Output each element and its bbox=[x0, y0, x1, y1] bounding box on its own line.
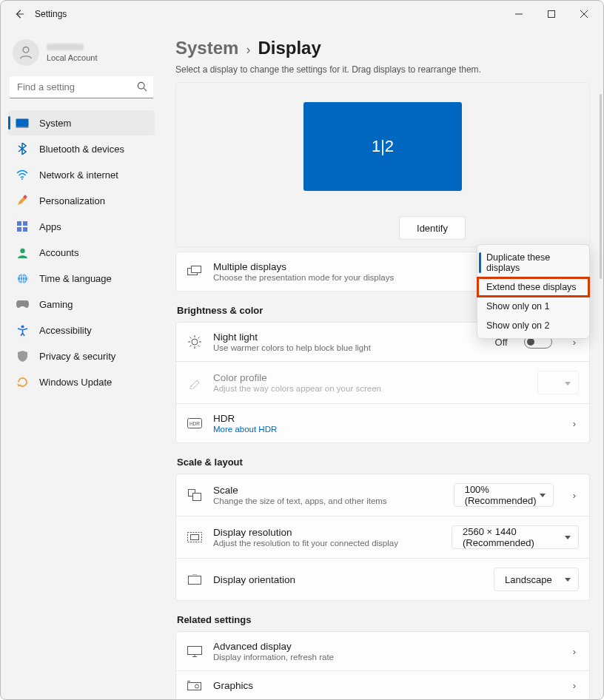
scrollbar[interactable] bbox=[600, 94, 602, 279]
svg-line-6 bbox=[144, 88, 147, 91]
resolution-select[interactable]: 2560 × 1440 (Recommended) bbox=[452, 525, 579, 549]
row-title: HDR bbox=[213, 413, 560, 424]
combobox-value: 100% (Recommended) bbox=[465, 484, 537, 506]
row-subtitle: Change the size of text, apps, and other… bbox=[213, 497, 443, 505]
svg-rect-37 bbox=[189, 576, 201, 584]
dropdown-option-extend[interactable]: Extend these displays bbox=[477, 277, 589, 297]
svg-line-27 bbox=[198, 346, 200, 347]
color-profile-icon bbox=[187, 376, 203, 389]
monitor-label: 1|2 bbox=[372, 137, 394, 156]
sidebar-item-network[interactable]: Network & internet bbox=[8, 162, 155, 187]
maximize-button[interactable] bbox=[535, 3, 568, 25]
svg-point-15 bbox=[20, 248, 24, 252]
svg-point-43 bbox=[195, 684, 199, 688]
row-subtitle: Adjust the way colors appear on your scr… bbox=[213, 384, 527, 393]
search-input[interactable] bbox=[10, 76, 153, 98]
graphics-row[interactable]: Graphics › bbox=[175, 671, 590, 699]
row-title: Night light bbox=[213, 332, 485, 343]
svg-line-29 bbox=[190, 346, 192, 347]
dropdown-option-only2[interactable]: Show only on 2 bbox=[477, 316, 589, 335]
row-subtitle: Display information, refresh rate bbox=[213, 653, 560, 662]
sidebar-item-system[interactable]: System bbox=[8, 110, 155, 135]
sidebar-item-accounts[interactable]: Accounts bbox=[8, 240, 155, 265]
row-subtitle: Use warmer colors to help block blue lig… bbox=[213, 343, 485, 352]
svg-rect-1 bbox=[548, 11, 555, 18]
shield-icon bbox=[16, 349, 29, 363]
resolution-icon bbox=[187, 532, 203, 543]
svg-rect-35 bbox=[188, 532, 202, 542]
bluetooth-icon bbox=[16, 142, 29, 155]
section-scale: Scale & layout bbox=[177, 457, 590, 468]
sidebar-item-label: System bbox=[39, 118, 71, 129]
sidebar-item-privacy[interactable]: Privacy & security bbox=[8, 343, 155, 368]
row-title: Graphics bbox=[213, 680, 560, 691]
svg-rect-39 bbox=[188, 646, 202, 654]
search-box[interactable] bbox=[10, 76, 153, 98]
svg-point-5 bbox=[138, 82, 144, 89]
orientation-row[interactable]: Display orientation Landscape bbox=[175, 559, 590, 601]
sidebar-item-time[interactable]: Time & language bbox=[8, 266, 155, 291]
svg-point-21 bbox=[192, 339, 198, 345]
minimize-button[interactable] bbox=[503, 3, 535, 25]
section-related: Related settings bbox=[177, 614, 590, 625]
chevron-right-icon: › bbox=[570, 646, 579, 657]
search-icon bbox=[137, 81, 147, 94]
hdr-link[interactable]: More about HDR bbox=[213, 425, 560, 434]
row-title: Display resolution bbox=[213, 527, 441, 538]
monitor-icon bbox=[187, 646, 203, 657]
chevron-right-icon: › bbox=[570, 680, 579, 691]
hdr-row[interactable]: HDR HDR More about HDR › bbox=[175, 404, 590, 443]
close-icon bbox=[580, 10, 588, 18]
dropdown-option-only1[interactable]: Show only on 1 bbox=[477, 297, 589, 316]
option-label: Show only on 2 bbox=[486, 320, 549, 331]
presentation-mode-dropdown[interactable]: Duplicate these displays Extend these di… bbox=[477, 244, 590, 339]
sidebar-item-update[interactable]: Windows Update bbox=[8, 369, 155, 394]
svg-rect-14 bbox=[23, 227, 27, 232]
sidebar-item-label: Time & language bbox=[39, 273, 112, 284]
gaming-icon bbox=[16, 297, 29, 311]
row-title: Color profile bbox=[213, 372, 527, 383]
resolution-row[interactable]: Display resolution Adjust the resolution… bbox=[175, 516, 590, 559]
person-icon bbox=[18, 44, 34, 61]
identify-button[interactable]: Identify bbox=[399, 216, 466, 240]
orientation-select[interactable]: Landscape bbox=[494, 568, 579, 591]
sidebar-item-bluetooth[interactable]: Bluetooth & devices bbox=[8, 136, 155, 161]
scale-icon bbox=[187, 489, 203, 501]
wifi-icon bbox=[16, 168, 29, 181]
maximize-icon bbox=[548, 10, 555, 18]
monitor-tile[interactable]: 1|2 bbox=[303, 102, 462, 191]
sidebar-item-accessibility[interactable]: Accessibility bbox=[8, 317, 155, 343]
identify-label: Identify bbox=[417, 223, 448, 234]
row-title: Advanced display bbox=[213, 641, 560, 652]
profile-block[interactable]: Local Account bbox=[8, 35, 155, 76]
breadcrumb-parent[interactable]: System bbox=[175, 38, 238, 58]
sidebar-item-label: Accessibility bbox=[39, 325, 92, 336]
dropdown-option-duplicate[interactable]: Duplicate these displays bbox=[477, 248, 589, 277]
option-label: Extend these displays bbox=[486, 282, 577, 292]
back-button[interactable] bbox=[8, 3, 30, 25]
color-profile-row: Color profile Adjust the way colors appe… bbox=[175, 362, 590, 404]
sidebar: Local Account System Bluetooth & devices… bbox=[1, 27, 159, 699]
chevron-right-icon: › bbox=[570, 418, 579, 429]
advanced-display-row[interactable]: Advanced display Display information, re… bbox=[175, 631, 590, 671]
svg-rect-34 bbox=[193, 494, 201, 501]
sidebar-item-apps[interactable]: Apps bbox=[8, 214, 155, 239]
sidebar-item-label: Network & internet bbox=[39, 169, 118, 181]
apps-icon bbox=[16, 220, 29, 233]
sidebar-item-gaming[interactable]: Gaming bbox=[8, 292, 155, 317]
sidebar-item-label: Accounts bbox=[39, 247, 78, 258]
sidebar-item-personalization[interactable]: Personalization bbox=[8, 188, 155, 213]
scale-row[interactable]: Scale Change the size of text, apps, and… bbox=[175, 474, 590, 516]
close-button[interactable] bbox=[568, 3, 600, 25]
display-arrange-panel: 1|2 Identify bbox=[175, 82, 590, 247]
display-canvas[interactable]: 1|2 bbox=[176, 83, 589, 209]
system-icon bbox=[16, 116, 29, 129]
scale-select[interactable]: 100% (Recommended) bbox=[454, 483, 554, 507]
settings-window: Settings Local Account System bbox=[0, 0, 604, 700]
svg-text:HDR: HDR bbox=[189, 421, 200, 426]
svg-point-30 bbox=[191, 386, 192, 387]
update-icon bbox=[16, 375, 29, 388]
svg-rect-12 bbox=[23, 221, 27, 226]
page-subtitle: Select a display to change the settings … bbox=[175, 64, 590, 75]
paintbrush-icon bbox=[16, 194, 29, 207]
